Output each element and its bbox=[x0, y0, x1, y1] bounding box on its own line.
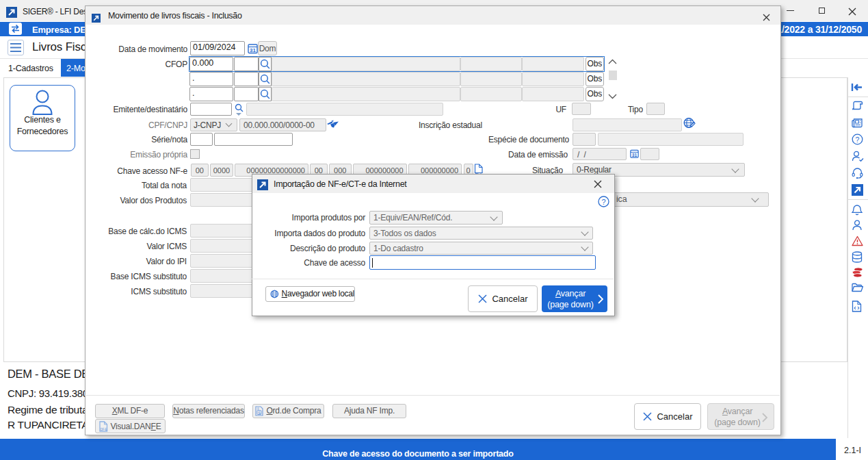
svg-text:S: S bbox=[259, 410, 261, 414]
svg-text:31: 31 bbox=[632, 153, 637, 157]
svg-text:?: ? bbox=[601, 198, 605, 206]
svg-text:DF-E: DF-E bbox=[101, 427, 107, 431]
svg-text:?: ? bbox=[856, 136, 860, 144]
svg-text:31: 31 bbox=[250, 47, 256, 53]
